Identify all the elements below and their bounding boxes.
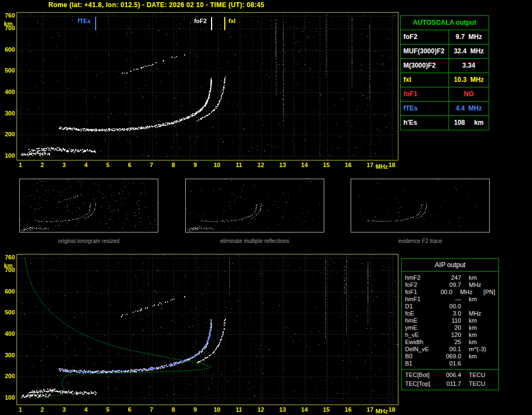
x-tick-label: 3 — [57, 162, 71, 168]
x-tick-label: 4 — [79, 162, 93, 168]
autoscala-row-value: 32.4 MHz — [449, 45, 489, 58]
bottom-plot-x-axis: 123456789101112131415161718MHz — [16, 406, 407, 414]
aip-row: ymE20km — [402, 324, 498, 331]
aip-unit: km — [469, 317, 495, 324]
x-tick-label: 16 — [341, 406, 355, 413]
x-tick-label: 10 — [210, 162, 224, 168]
autoscala-row-value: 3.34 — [449, 59, 489, 73]
aip-label: D1 — [405, 303, 438, 310]
aip-row: hmF2247km — [402, 274, 498, 281]
y-tick-label: 300 — [5, 352, 15, 358]
bottom-plot-y-axis: 760700600500400300200100km — [1, 254, 15, 405]
thumbnail-f2-trace — [351, 179, 490, 233]
aip-unit: km — [469, 339, 495, 346]
x-tick-label: 8 — [166, 406, 180, 413]
y-axis-unit: km — [4, 20, 13, 27]
aip-label: B1 — [405, 360, 438, 367]
aip-row: foF100.0MHz[PN] — [402, 289, 498, 296]
aip-row: h_vE120km — [402, 331, 498, 339]
autoscala-row-value: 108 km — [449, 116, 489, 130]
aip-value: 120 — [438, 331, 461, 339]
y-tick-label: 760 — [5, 254, 15, 261]
aip-value: 00.0 — [438, 303, 461, 310]
autoscala-row-value: NO — [449, 87, 489, 101]
aip-label: hmF1 — [405, 296, 438, 303]
aip-table-body: hmF2247kmfoF209.7MHzfoF100.0MHz[PN]hmF1-… — [402, 272, 498, 390]
aip-unit: MHz — [469, 281, 495, 289]
aip-value: 3.0 — [438, 310, 461, 317]
x-tick-label: 9 — [188, 162, 202, 168]
thumbnail-caption-original: original ionogram resized — [19, 238, 158, 244]
y-tick-label: 200 — [5, 131, 15, 137]
x-tick-label: 11 — [232, 162, 246, 168]
aip-table-title: AIP output — [402, 259, 498, 272]
x-tick-label: 13 — [275, 162, 290, 168]
y-tick-label: 200 — [5, 373, 15, 379]
x-tick-label: 14 — [297, 162, 312, 168]
aip-row: hmF1---km — [402, 296, 498, 303]
top-plot-y-axis: 760700600500400300200100km — [1, 12, 15, 161]
y-tick-label: 100 — [5, 394, 15, 401]
aip-unit: km — [469, 296, 495, 303]
autoscala-row-value: 9.7 MHz — [449, 30, 489, 44]
x-tick-label: 3 — [57, 406, 71, 413]
autoscala-row: foF1NO — [401, 87, 489, 102]
aip-label: DelN_vE — [405, 346, 438, 353]
x-tick-label: 8 — [166, 162, 180, 168]
autoscala-row: M(3000)F23.34 — [401, 59, 489, 73]
scaled-ionogram-plot: fTEsfoF2fxI — [16, 12, 398, 161]
y-tick-label: 600 — [5, 46, 15, 53]
y-tick-label: 500 — [5, 309, 15, 316]
y-tick-label: 100 — [5, 152, 15, 159]
autoscala-row: fTEs4.4 MHz — [401, 102, 489, 116]
x-tick-label: 11 — [232, 406, 246, 413]
aip-row: B0069.0km — [402, 353, 498, 360]
aip-unit: km — [469, 324, 495, 331]
aip-value: 247 — [438, 274, 461, 281]
y-tick-label: 760 — [5, 12, 15, 19]
top-plot-x-axis: 123456789101112131415161718MHz — [16, 162, 407, 170]
autoscala-row-label: MUF(3000)F2 — [401, 45, 449, 58]
y-axis-unit: km — [4, 262, 13, 269]
aip-unit: MHz — [460, 289, 483, 296]
aip-unit — [469, 303, 495, 310]
aip-value: 01.6 — [438, 360, 461, 367]
marker-label-ftes: fTEs — [76, 18, 92, 24]
aip-value: 25 — [438, 339, 461, 346]
x-axis-unit: MHz — [375, 408, 393, 414]
aip-label: B0 — [405, 353, 438, 360]
x-tick-label: 7 — [145, 406, 159, 413]
marker-label-fof2: foF2 — [193, 18, 208, 24]
autoscala-row-label: foF1 — [401, 87, 449, 101]
aip-unit: km — [469, 274, 495, 281]
aip-row: TEC[Top]011.7TECU — [402, 380, 498, 388]
aip-value: 011.7 — [438, 380, 461, 388]
aip-label: Ewidth — [405, 339, 438, 346]
x-tick-label: 12 — [253, 162, 268, 168]
aip-label: foE — [405, 310, 438, 317]
x-tick-label: 10 — [210, 406, 224, 413]
aip-row: foF209.7MHz — [402, 281, 498, 289]
autoscala-row-value: 4.4 MHz — [449, 102, 489, 115]
autoscala-table-body: foF29.7 MHzMUF(3000)F232.4 MHzM(3000)F23… — [401, 30, 489, 130]
x-tick-label: 16 — [341, 162, 355, 168]
aip-extra: [PN] — [484, 289, 495, 296]
x-tick-label: 4 — [79, 406, 93, 413]
thumbnail-cleaned-canvas — [186, 179, 324, 232]
x-tick-label: 1 — [13, 162, 27, 168]
x-tick-label: 9 — [188, 406, 202, 413]
aip-value: 110 — [438, 317, 461, 324]
aip-value: 00.1 — [438, 346, 461, 353]
aip-row: foE3.0MHz — [402, 310, 498, 317]
aip-row: TEC[Bot]006.4TECU — [402, 369, 498, 380]
x-tick-label: 1 — [13, 406, 27, 413]
aip-value: 006.4 — [438, 372, 461, 380]
aip-unit: TECU — [469, 372, 495, 380]
aip-unit: km — [469, 331, 495, 339]
x-tick-label: 14 — [297, 406, 312, 413]
autoscala-row-label: h'Es — [401, 116, 449, 130]
aip-label: ymE — [405, 324, 438, 331]
aip-label: TEC[Bot] — [405, 372, 438, 380]
aip-label: hmE — [405, 317, 438, 324]
autoscala-row: fxI10.3 MHz — [401, 73, 489, 87]
